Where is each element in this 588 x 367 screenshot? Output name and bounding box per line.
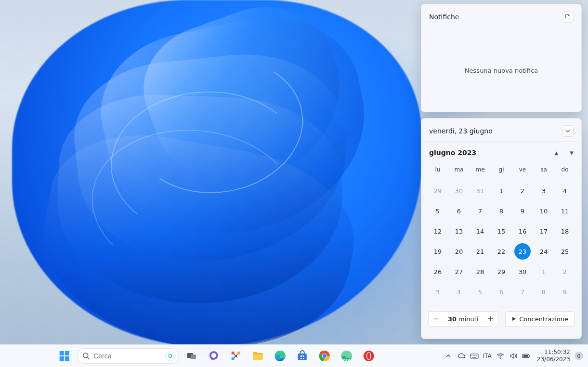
- calendar-day[interactable]: 9: [512, 201, 533, 221]
- calendar-day[interactable]: 31: [470, 181, 491, 201]
- calendar-day[interactable]: 21: [470, 241, 491, 262]
- calendar-day[interactable]: 3: [533, 181, 554, 201]
- calendar-day[interactable]: 8: [491, 201, 512, 221]
- battery-icon[interactable]: [522, 352, 531, 360]
- calendar-day[interactable]: 27: [448, 262, 470, 282]
- tray-overflow-button[interactable]: [444, 352, 453, 360]
- volume-icon[interactable]: [509, 352, 518, 360]
- calendar-days-grid: 2930311234567891011121314151617181920212…: [421, 181, 581, 305]
- start-button[interactable]: [54, 346, 74, 366]
- folder-icon: [251, 350, 264, 362]
- search-input[interactable]: [93, 352, 156, 360]
- calendar-collapse-button[interactable]: [562, 125, 574, 137]
- notifications-clear-button[interactable]: [562, 11, 574, 23]
- calendar-next-month[interactable]: ▼: [570, 150, 574, 156]
- calendar-day[interactable]: 14: [470, 221, 491, 241]
- calendar-day[interactable]: 5: [470, 282, 491, 302]
- calendar-day[interactable]: 1: [533, 262, 554, 282]
- calendar-day[interactable]: 6: [491, 282, 512, 302]
- store-button[interactable]: [292, 346, 312, 366]
- calendar-day[interactable]: 5: [427, 201, 448, 221]
- svg-rect-36: [529, 355, 530, 357]
- taskbar-center: DEV: [54, 346, 378, 366]
- keyboard-icon[interactable]: [470, 352, 479, 360]
- wifi-icon[interactable]: [496, 352, 505, 360]
- calendar-day[interactable]: 29: [427, 181, 448, 201]
- calendar-day[interactable]: 19: [427, 241, 448, 262]
- svg-rect-13: [237, 352, 240, 354]
- calendar-weekday: sa: [533, 162, 554, 178]
- svg-rect-28: [470, 354, 478, 358]
- notifications-panel: Notifiche Nessuna nuova notifica: [421, 4, 582, 112]
- calendar-day[interactable]: 10: [533, 201, 554, 221]
- calendar-day[interactable]: 30: [512, 262, 533, 282]
- svg-point-31: [473, 355, 473, 355]
- calendar-day[interactable]: 13: [448, 221, 470, 241]
- calendar-day[interactable]: 26: [427, 262, 448, 282]
- calendar-day[interactable]: 30: [448, 181, 470, 201]
- calendar-day[interactable]: 11: [554, 201, 575, 221]
- calendar-month-label[interactable]: giugno 2023: [429, 149, 476, 157]
- onedrive-icon[interactable]: [457, 352, 466, 360]
- chat-icon: [208, 350, 219, 362]
- calendar-day[interactable]: 7: [470, 201, 491, 221]
- chevron-up-icon: [445, 353, 451, 359]
- snip-icon: [230, 350, 241, 362]
- search-icon: [82, 352, 90, 360]
- calendar-prev-month[interactable]: ▲: [555, 150, 559, 156]
- focus-unit: minuti: [458, 315, 478, 323]
- focus-plus-button[interactable]: +: [483, 312, 498, 326]
- svg-point-22: [322, 354, 326, 358]
- calendar-day[interactable]: 4: [448, 282, 470, 302]
- clock-date: 23/06/2023: [537, 356, 570, 363]
- calendar-day[interactable]: 1: [491, 181, 512, 201]
- calendar-day[interactable]: 6: [448, 201, 470, 221]
- calendar-day[interactable]: 23: [514, 243, 531, 260]
- calendar-day[interactable]: 28: [470, 262, 491, 282]
- calendar-day[interactable]: 20: [448, 241, 470, 262]
- opera-button[interactable]: [359, 346, 378, 366]
- calendar-day[interactable]: 25: [554, 241, 575, 262]
- teams-chat-button[interactable]: [204, 346, 223, 366]
- calendar-day[interactable]: 7: [512, 282, 533, 302]
- svg-rect-15: [298, 354, 306, 360]
- svg-line-6: [87, 357, 89, 359]
- task-view-button[interactable]: [182, 346, 201, 366]
- calendar-day[interactable]: 29: [491, 262, 512, 282]
- taskbar-search[interactable]: [77, 348, 179, 364]
- svg-rect-2: [65, 351, 69, 355]
- edge-dev-button[interactable]: DEV: [337, 346, 356, 366]
- chrome-button[interactable]: [314, 346, 334, 366]
- calendar-day[interactable]: 2: [554, 262, 575, 282]
- edge-button[interactable]: [270, 346, 289, 366]
- calendar-day[interactable]: 9: [554, 282, 575, 302]
- calendar-current-date[interactable]: venerdì, 23 giugno: [429, 127, 493, 135]
- input-language[interactable]: ITA: [483, 353, 492, 359]
- calendar-day[interactable]: 16: [512, 221, 533, 241]
- focus-minus-button[interactable]: −: [429, 312, 443, 326]
- calendar-day[interactable]: 17: [533, 221, 554, 241]
- file-explorer-button[interactable]: [248, 346, 267, 366]
- bing-chat-icon[interactable]: [165, 351, 175, 361]
- calendar-day[interactable]: 18: [554, 221, 575, 241]
- notifications-title: Notifiche: [429, 13, 459, 21]
- calendar-weekday-row: lumamegivesado: [421, 160, 581, 181]
- notification-count-badge[interactable]: 0: [575, 352, 583, 360]
- calendar-day[interactable]: 4: [554, 181, 575, 201]
- svg-rect-16: [300, 355, 301, 357]
- calendar-day[interactable]: 8: [533, 282, 554, 302]
- popout-icon: [565, 14, 571, 20]
- svg-rect-4: [65, 356, 69, 361]
- svg-point-32: [474, 355, 475, 355]
- calendar-day[interactable]: 2: [512, 181, 533, 201]
- edge-dev-icon: DEV: [340, 350, 353, 362]
- focus-start-button[interactable]: Concentrazione: [505, 311, 575, 327]
- calendar-day[interactable]: 15: [491, 221, 512, 241]
- play-icon: [511, 316, 516, 321]
- calendar-day[interactable]: 24: [533, 241, 554, 262]
- taskbar-clock[interactable]: 11:50:32 23/06/2023: [537, 349, 570, 363]
- calendar-day[interactable]: 3: [427, 282, 448, 302]
- calendar-day[interactable]: 22: [491, 241, 512, 262]
- snipping-tool-button[interactable]: [226, 346, 245, 366]
- calendar-day[interactable]: 12: [427, 221, 448, 241]
